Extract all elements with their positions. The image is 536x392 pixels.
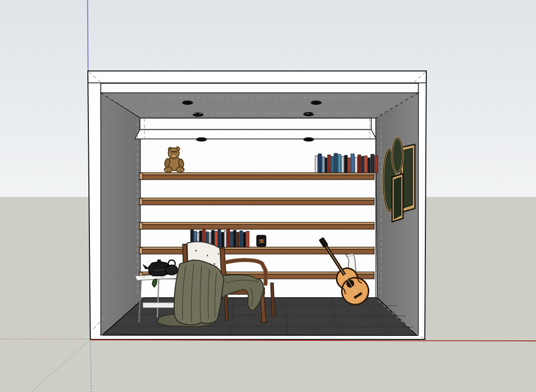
shelf-grain [139,175,374,180]
book-spine[interactable] [375,156,378,173]
art-frame-small-canvas [394,177,401,219]
shelf-top-face [139,247,374,250]
book-spine[interactable] [218,230,221,247]
book-spine[interactable] [221,232,224,247]
viewport-canvas[interactable] [0,0,536,392]
spotlight[interactable] [182,101,193,105]
book-spine[interactable] [243,232,246,247]
kettle-body [166,265,178,275]
model-view[interactable] [0,0,536,392]
shelf-end-cap [139,173,142,180]
spotlight[interactable] [193,113,203,117]
book-spine[interactable] [240,231,243,247]
book-spine[interactable] [341,156,344,173]
shelf-top-face [139,198,374,200]
book-spine[interactable] [233,230,236,247]
book-spine[interactable] [364,156,367,173]
beam-lower-band [135,130,376,139]
book-spine[interactable] [328,155,331,173]
bear-muzzle [171,154,176,158]
shelf-end-cap [139,198,142,205]
left-wall[interactable] [101,93,144,335]
book-spine[interactable] [325,158,327,173]
book-spine[interactable] [334,153,337,173]
shelf-end-cap [139,248,142,254]
shelf-1[interactable] [139,173,374,180]
shelf-end-cap [139,223,142,229]
book-spine[interactable] [322,157,325,173]
wall-art-group[interactable] [383,138,415,222]
blue-axis-solid[interactable] [88,0,88,71]
book-spine[interactable] [358,155,361,173]
spotlight[interactable] [303,137,314,142]
book-spine[interactable] [230,232,233,247]
book-spine[interactable] [338,154,341,173]
book-spine[interactable] [315,156,318,173]
book-spine[interactable] [344,155,347,173]
shelf-4[interactable] [139,247,374,254]
spotlight[interactable] [196,137,207,142]
bear-foot-pad [181,169,184,172]
light-cove-beam[interactable] [135,118,376,139]
bear-foot-pad [165,169,168,172]
book-spine[interactable] [227,229,230,247]
spice-jar[interactable] [257,235,266,247]
book-spine[interactable] [361,156,364,173]
book-spine[interactable] [355,157,357,173]
shelf-grain [139,225,374,230]
chair-leg [224,293,228,321]
jar-label-text-row [260,240,264,241]
book-spine[interactable] [331,156,334,173]
spotlight[interactable] [311,101,322,105]
jar-label-text-row [260,242,264,243]
spotlight[interactable] [303,112,314,117]
book-spine[interactable] [318,154,322,173]
blanket-main-drape [174,260,224,325]
shelf-top-face [139,222,374,225]
book-spine[interactable] [237,232,239,247]
shelf-grain [139,200,374,205]
book-spine[interactable] [351,154,354,173]
book-spine[interactable] [224,231,226,247]
teapot-lid [157,260,161,262]
book-spine[interactable] [371,154,374,173]
shelf-3[interactable] [139,222,374,229]
book-spine[interactable] [348,158,350,173]
book-spine[interactable] [215,231,217,247]
beam-upper-band [140,118,371,130]
book-spine[interactable] [246,231,249,247]
book-spine[interactable] [368,158,370,173]
shelf-top-face [139,173,374,175]
art-frame-tall-canvas [403,148,412,208]
ceiling[interactable] [101,93,418,118]
shelf-2[interactable] [139,198,374,205]
shelf-grain [139,250,374,255]
